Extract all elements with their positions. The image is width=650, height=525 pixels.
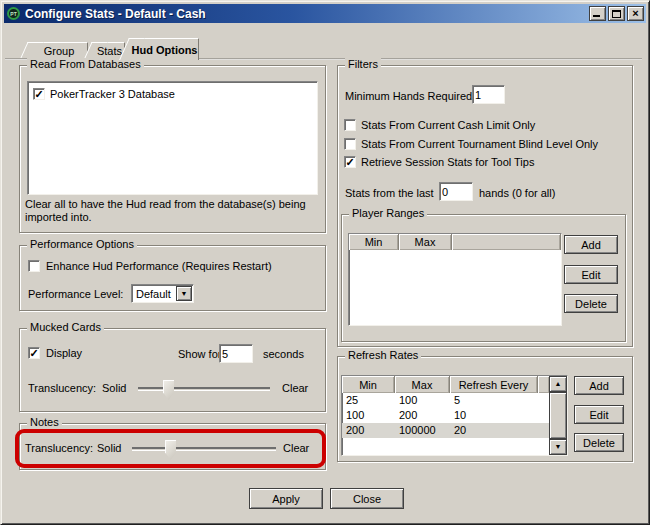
mucked-solid-label: Solid: [102, 382, 126, 395]
player-ranges-header: Min Max: [349, 234, 561, 250]
cell-max: 100000: [395, 423, 450, 438]
enhance-hud-checkbox[interactable]: [28, 260, 40, 272]
refresh-rates-row[interactable]: 25 100 5: [342, 393, 567, 408]
refresh-rates-col-refresh-every[interactable]: Refresh Every: [450, 376, 538, 393]
session-stats-label[interactable]: Retrieve Session Stats for Tool Tips: [361, 156, 534, 169]
group-player-ranges-title: Player Ranges: [349, 207, 427, 220]
min-hands-label: Minimum Hands Required:: [345, 90, 475, 103]
tab-hud-options[interactable]: Hud Options: [131, 38, 199, 60]
chevron-down-icon[interactable]: ▼: [176, 286, 192, 301]
group-refresh-rates-title: Refresh Rates: [345, 349, 421, 362]
group-performance-options-title: Performance Options: [27, 238, 137, 251]
cell-max: 200: [395, 408, 450, 423]
notes-translucency-label: Translucency:: [25, 442, 93, 455]
stats-last-suffix: hands (0 for all): [479, 187, 555, 200]
refresh-rates-col-max[interactable]: Max: [395, 376, 450, 393]
notes-solid-label: Solid: [97, 442, 121, 455]
player-ranges-add-button[interactable]: Add: [564, 235, 618, 254]
scroll-up-icon[interactable]: ▲: [549, 376, 567, 392]
group-notes-title: Notes: [27, 416, 62, 429]
player-ranges-edit-button[interactable]: Edit: [564, 265, 618, 284]
cell-refresh-every: 10: [450, 408, 538, 423]
cell-min: 25: [342, 393, 395, 408]
minimize-icon: [593, 15, 600, 17]
display-checkbox-label[interactable]: Display: [46, 347, 82, 360]
refresh-rates-edit-button[interactable]: Edit: [574, 405, 624, 424]
cell-max: 100: [395, 393, 450, 408]
refresh-rates-row-selected[interactable]: 200 100000 20: [342, 423, 567, 438]
show-for-input[interactable]: [219, 344, 253, 363]
cell-min: 100: [342, 408, 395, 423]
window-title: Configure Stats - Default - Cash: [25, 7, 587, 21]
minimize-button[interactable]: [589, 6, 606, 21]
scrollbar-thumb[interactable]: [549, 392, 567, 439]
cash-limit-label[interactable]: Stats From Current Cash Limit Only: [361, 119, 535, 132]
database-checkbox[interactable]: ✓: [33, 88, 45, 100]
blind-level-label[interactable]: Stats From Current Tournament Blind Leve…: [361, 138, 598, 151]
refresh-rates-header: Min Max Refresh Every: [342, 376, 549, 393]
player-ranges-delete-button[interactable]: Delete: [564, 294, 618, 313]
app-icon: PT: [7, 7, 20, 20]
database-checkbox-label[interactable]: PokerTracker 3 Database: [50, 88, 175, 101]
seconds-label: seconds: [263, 348, 304, 361]
database-note: Clear all to have the Hud read from the …: [25, 198, 323, 224]
refresh-rates-delete-button[interactable]: Delete: [574, 433, 624, 452]
scroll-down-icon[interactable]: ▼: [549, 439, 567, 455]
close-icon: ×: [628, 7, 643, 19]
session-stats-checkbox[interactable]: ✓: [344, 156, 356, 168]
tab-stats-label: Stats: [97, 45, 122, 57]
refresh-rates-scrollbar[interactable]: ▲ ▼: [549, 376, 567, 455]
display-checkbox[interactable]: ✓: [28, 347, 40, 359]
show-for-label: Show for: [178, 348, 221, 361]
notes-clear-label: Clear: [283, 442, 309, 455]
player-ranges-col-max[interactable]: Max: [399, 234, 452, 250]
title-bar[interactable]: PT Configure Stats - Default - Cash ×: [4, 4, 646, 23]
min-hands-input[interactable]: [472, 85, 505, 104]
performance-level-label: Performance Level:: [28, 288, 123, 301]
refresh-rates-row[interactable]: 100 200 10: [342, 408, 567, 423]
performance-level-dropdown[interactable]: Default ▼: [131, 284, 194, 303]
refresh-rates-col-blank: [538, 376, 549, 393]
stats-last-label: Stats from the last: [345, 187, 434, 200]
cell-refresh-every: 5: [450, 393, 538, 408]
configure-stats-window: PT Configure Stats - Default - Cash × Gr…: [0, 0, 650, 525]
group-mucked-cards-title: Mucked Cards: [27, 321, 104, 334]
refresh-rates-table[interactable]: Min Max Refresh Every 25 100 5 100 200 1…: [341, 375, 568, 456]
tab-group-label: Group: [44, 45, 75, 57]
maximize-button[interactable]: [608, 6, 625, 21]
group-mucked-cards: Mucked Cards: [19, 328, 326, 412]
refresh-rates-col-min[interactable]: Min: [342, 376, 395, 393]
tab-hud-options-label: Hud Options: [132, 44, 198, 56]
mucked-translucency-label: Translucency:: [28, 382, 96, 395]
refresh-rates-add-button[interactable]: Add: [574, 376, 624, 395]
stats-last-input[interactable]: [439, 182, 473, 201]
close-dialog-button[interactable]: Close: [330, 488, 404, 509]
mucked-clear-label: Clear: [282, 382, 308, 395]
cash-limit-checkbox[interactable]: [344, 119, 356, 131]
cell-refresh-every: 20: [450, 423, 538, 438]
player-ranges-col-blank: [452, 234, 561, 250]
player-ranges-col-min[interactable]: Min: [349, 234, 399, 250]
maximize-icon: [612, 10, 621, 18]
tab-group[interactable]: Group: [31, 42, 88, 58]
close-button[interactable]: ×: [627, 6, 644, 21]
apply-button[interactable]: Apply: [249, 488, 323, 509]
group-filters-title: Filters: [345, 58, 381, 71]
notes-translucency-slider[interactable]: [132, 447, 276, 451]
blind-level-checkbox[interactable]: [344, 138, 356, 150]
cell-min: 200: [342, 423, 395, 438]
app-icon-text: PT: [10, 11, 16, 17]
player-ranges-table[interactable]: Min Max: [348, 233, 562, 326]
mucked-translucency-slider[interactable]: [138, 387, 270, 391]
performance-level-value: Default: [132, 288, 175, 300]
enhance-hud-label[interactable]: Enhance Hud Performance (Requires Restar…: [46, 260, 272, 273]
